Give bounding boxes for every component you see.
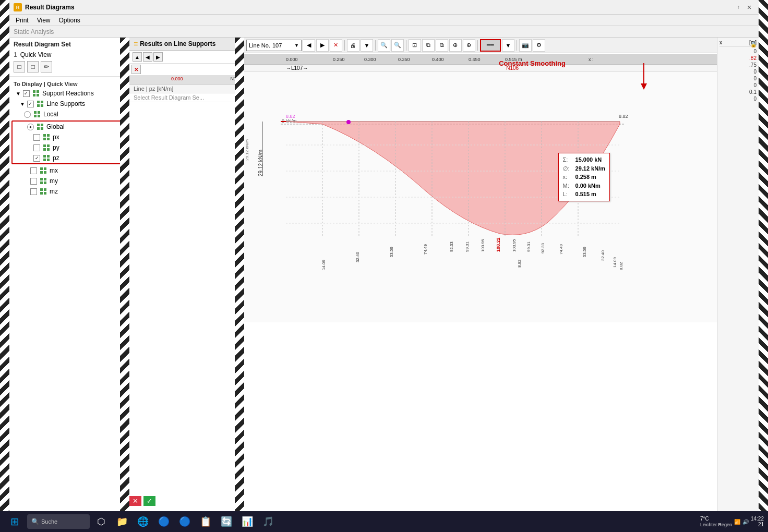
checkbox-mz[interactable] — [30, 188, 37, 195]
checkbox-pz[interactable] — [33, 155, 40, 162]
svg-rect-25 — [47, 155, 50, 158]
svg-rect-3 — [37, 94, 39, 96]
grid-icon-mz — [39, 187, 47, 196]
rv-row-2: .75 — [719, 62, 757, 68]
svg-rect-14 — [37, 127, 40, 130]
camera-btn[interactable]: 📷 — [519, 39, 532, 52]
svg-text:29.12 kN/m: 29.12 kN/m — [245, 139, 249, 161]
checkbox-mx[interactable] — [30, 167, 37, 174]
tree-item-px[interactable]: px — [31, 132, 126, 142]
tree-item-py[interactable]: py — [31, 142, 126, 153]
svg-text:99.31: 99.31 — [465, 241, 470, 252]
nav-next-btn[interactable]: ▶ — [316, 39, 329, 52]
checkbox-px[interactable] — [33, 134, 40, 141]
bottom-left-btns: ✕ ✓ — [129, 496, 155, 506]
zoom-out-btn[interactable]: 🔍 — [378, 39, 390, 52]
search-icon: 🔍 — [31, 518, 39, 525]
taskbar-app-9[interactable]: 🎵 — [259, 512, 278, 531]
taskbar-app-5[interactable]: 🔵 — [175, 512, 194, 531]
print-btn[interactable]: 🖨 — [347, 39, 359, 52]
smoothing-dropdown-btn[interactable]: ▼ — [502, 39, 514, 52]
radio-global[interactable] — [27, 124, 34, 130]
taskbar-app-4[interactable]: 🔵 — [154, 512, 173, 531]
svg-rect-34 — [40, 182, 43, 184]
checkbox-my[interactable] — [30, 178, 37, 185]
nav-right-btn[interactable]: ▶ — [153, 52, 163, 62]
delete-btn[interactable]: ✕ — [129, 496, 141, 506]
label-mx: mx — [50, 167, 58, 174]
zigzag-separator-mid — [235, 38, 244, 511]
constant-smoothing-label: Constant Smoothing — [499, 59, 566, 67]
toolbar-sep-4 — [477, 40, 478, 51]
tree-item-pz[interactable]: pz — [31, 153, 126, 163]
smoothing-btn[interactable]: ━━ — [480, 39, 501, 52]
svg-rect-28 — [40, 167, 43, 170]
tree-item-mx[interactable]: mx — [28, 165, 129, 176]
tree-item-support-reactions[interactable]: ▼ Support Reactions — [14, 88, 129, 99]
toolbar-new-btn[interactable]: □ — [14, 61, 25, 72]
tooltip-avg-value: 29.12 kN/m — [575, 164, 605, 173]
svg-text:0.300: 0.300 — [364, 57, 376, 62]
tree-item-local[interactable]: Local — [22, 109, 129, 119]
menu-print[interactable]: Print — [11, 16, 33, 25]
taskbar-app-8[interactable]: 📊 — [238, 512, 257, 531]
copy-btn[interactable]: ⧉ — [422, 39, 435, 52]
menu-view[interactable]: View — [33, 16, 55, 25]
middle-panel: ≡ Results on Line Supports ▲ ◀ ▶ ✕ 0.000… — [129, 38, 244, 511]
toolbar-copy-btn[interactable]: □ — [27, 61, 39, 72]
toolbar-edit-btn[interactable]: ✏ — [41, 61, 52, 72]
taskbar-icon-7: 🔄 — [221, 516, 232, 527]
taskbar-app-6[interactable]: 📋 — [196, 512, 215, 531]
tooltip-avg-label: ∅: — [563, 164, 573, 173]
cancel-btn[interactable]: ✕ — [330, 39, 342, 52]
checkbox-support-reactions[interactable] — [23, 90, 30, 97]
taskbar-icon-5: 🔵 — [179, 516, 190, 527]
rv-row-0: 0 — [719, 48, 757, 55]
taskbar-app-3[interactable]: 🌐 — [134, 512, 152, 531]
plus-btn[interactable]: ⊕ — [449, 39, 462, 52]
tree-item-my[interactable]: my — [28, 176, 129, 186]
zoom-in-btn[interactable]: 🔍 — [391, 39, 404, 52]
toolbar-sep-1 — [344, 40, 345, 51]
tooltip-m-label: M: — [563, 182, 573, 190]
svg-text:103.95: 103.95 — [512, 239, 517, 252]
checkbox-py[interactable] — [33, 144, 40, 151]
start-button[interactable]: ⊞ — [4, 512, 25, 531]
close-button[interactable]: × — [744, 2, 754, 13]
svg-rect-22 — [43, 148, 46, 151]
print-dropdown-btn[interactable]: ▼ — [361, 39, 373, 52]
tree-item-line-supports[interactable]: ▼ Line Supports — [18, 99, 129, 109]
close-x-btn[interactable]: ✕ — [131, 65, 141, 74]
menu-options[interactable]: Options — [54, 16, 84, 25]
label-my: my — [50, 177, 58, 185]
taskbar-app-2[interactable]: 📁 — [113, 512, 131, 531]
label-local: Local — [43, 111, 58, 118]
grid-icon-line-supports — [36, 100, 44, 108]
svg-rect-31 — [44, 171, 46, 174]
svg-text:32.40: 32.40 — [601, 250, 605, 261]
confirm-btn[interactable]: ✓ — [143, 496, 155, 506]
svg-text:0.450: 0.450 — [469, 57, 481, 62]
taskbar-app-7[interactable]: 🔄 — [217, 512, 236, 531]
nav-up-btn[interactable]: ▲ — [133, 52, 142, 62]
tree-item-mz[interactable]: mz — [28, 186, 129, 197]
settings-btn[interactable]: ⚙ — [533, 39, 545, 52]
taskbar-app-1[interactable]: ⬡ — [92, 512, 111, 531]
copy2-btn[interactable]: ⧉ — [436, 39, 448, 52]
frame-btn[interactable]: ⊡ — [409, 39, 421, 52]
grid-icon-global — [36, 123, 44, 131]
svg-text:0.000: 0.000 — [286, 57, 298, 62]
line-no-input[interactable] — [272, 42, 293, 49]
radio-local[interactable] — [24, 111, 31, 118]
search-bar[interactable]: 🔍 Suche — [27, 514, 90, 529]
svg-rect-5 — [41, 101, 43, 103]
grid-icon-my — [39, 177, 47, 185]
svg-text:x :: x : — [589, 57, 594, 62]
tree-item-global[interactable]: Global — [25, 122, 126, 132]
label-global: Global — [46, 123, 65, 130]
tooltip-m-value: 0.00 kNm — [575, 182, 601, 190]
nav-left-btn[interactable]: ◀ — [143, 52, 152, 62]
nav-prev-btn[interactable]: ◀ — [303, 39, 315, 52]
plus2-btn[interactable]: ⊕ — [463, 39, 475, 52]
checkbox-line-supports[interactable] — [27, 101, 34, 107]
